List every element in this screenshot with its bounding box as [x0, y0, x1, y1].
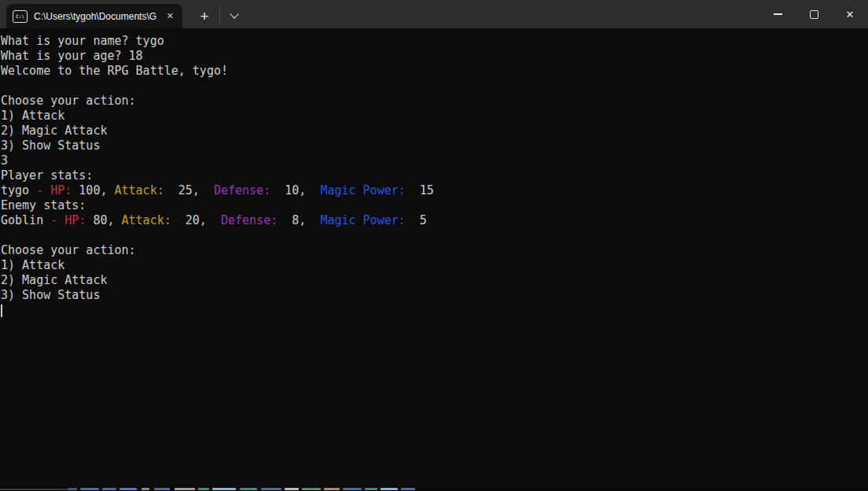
terminal-text: Choose your action: [1, 94, 136, 108]
background-window-text-fragment [120, 488, 137, 490]
close-button[interactable]: ✕ [832, 0, 868, 28]
terminal-line: Player stats: [1, 168, 868, 183]
terminal-text: 2) Magic Attack [1, 273, 107, 287]
background-window-text-fragment [80, 488, 99, 490]
toolbar-separator [219, 7, 220, 24]
background-window-text-fragment [343, 488, 362, 490]
terminal-line: What is your age? 18 [1, 49, 868, 64]
terminal-text-yellow: Attack: [122, 213, 171, 227]
background-window-text-fragment [302, 488, 321, 490]
terminal-text-yellow: Attack: [115, 183, 164, 198]
background-window-text-fragment [401, 488, 415, 490]
tab-close-icon[interactable]: ✕ [164, 10, 176, 22]
terminal-text: What is your name? tygo [1, 34, 164, 48]
terminal-text: Goblin [1, 213, 50, 227]
terminal-text: What is your age? 18 [1, 49, 143, 63]
window-controls: ✕ [760, 0, 868, 28]
background-window-text-fragment [68, 488, 77, 490]
terminal-line: 3) Show Status [1, 288, 868, 303]
terminal-text-blue: Magic Power: [320, 213, 405, 227]
terminal-viewport[interactable]: What is your name? tygoWhat is your age?… [0, 28, 868, 487]
terminal-line: Welcome to the RPG Battle, tygo! [1, 64, 868, 79]
background-window-text-fragment [240, 488, 257, 490]
new-tab-button[interactable]: + [192, 4, 217, 28]
terminal-text-magenta: Defense: [214, 183, 270, 198]
terminal-text: 100, [72, 183, 114, 198]
terminal-line: 3) Show Status [1, 138, 868, 153]
terminal-text: Player stats: [1, 168, 93, 183]
terminal-text: 5 [406, 213, 427, 227]
terminal-line: 2) Magic Attack [1, 124, 868, 138]
terminal-text: 20, [171, 213, 221, 227]
terminal-line [1, 303, 868, 318]
background-window-text-fragment [212, 488, 236, 490]
terminal-text: 8, [278, 213, 320, 227]
terminal-line: 1) Attack [1, 258, 868, 273]
terminal-text-red: - HP: [50, 213, 86, 227]
terminal-text: 1) Attack [1, 109, 64, 123]
maximize-button[interactable] [796, 0, 832, 28]
terminal-text: tygo [1, 183, 36, 198]
terminal-text-magenta: Defense: [221, 213, 278, 227]
command-prompt-icon: C:\ [13, 10, 28, 23]
background-window-text-fragment [261, 488, 281, 490]
background-window-text-fragment [102, 488, 116, 490]
background-window-line [0, 489, 69, 490]
terminal-text: 3) Show Status [1, 138, 100, 153]
terminal-text: Enemy stats: [1, 198, 86, 212]
terminal-line: 3 [1, 153, 868, 168]
terminal-text: 25, [164, 183, 214, 198]
terminal-line [1, 228, 868, 243]
background-window-text-fragment [365, 488, 377, 490]
terminal-text: Welcome to the RPG Battle, tygo! [1, 64, 228, 78]
plus-icon: + [200, 9, 208, 24]
chevron-down-icon [230, 9, 238, 18]
terminal-line: Goblin - HP: 80, Attack: 20, Defense: 8,… [1, 213, 868, 228]
terminal-line [1, 79, 868, 94]
terminal-line: Choose your action: [1, 243, 868, 258]
background-window-text-fragment [142, 488, 149, 490]
terminal-text: 10, [270, 183, 320, 198]
background-window-text-fragment [154, 488, 170, 490]
terminal-cursor [1, 305, 2, 317]
terminal-text: 15 [406, 183, 434, 198]
title-bar[interactable]: C:\ C:\Users\tygoh\Documents\G ✕ + ✕ [0, 0, 868, 28]
terminal-text-blue: Magic Power: [320, 183, 405, 198]
terminal-line: What is your name? tygo [1, 34, 868, 49]
terminal-text-red: - HP: [36, 183, 72, 198]
tab-title: C:\Users\tygoh\Documents\G [34, 11, 160, 22]
background-window-text-fragment [175, 488, 195, 490]
terminal-window: C:\ C:\Users\tygoh\Documents\G ✕ + ✕ Wha… [0, 0, 868, 491]
minimize-icon [774, 13, 782, 15]
background-window-text-fragment [198, 488, 209, 490]
minimize-button[interactable] [760, 0, 796, 28]
background-window-text-fragment [285, 488, 299, 490]
background-window-text-fragment [324, 488, 340, 490]
terminal-text: 3) Show Status [1, 288, 100, 302]
terminal-line: tygo - HP: 100, Attack: 25, Defense: 10,… [1, 183, 868, 198]
terminal-text: 80, [86, 213, 121, 227]
terminal-tab[interactable]: C:\ C:\Users\tygoh\Documents\G ✕ [6, 4, 182, 28]
tab-dropdown-button[interactable] [223, 4, 246, 28]
terminal-line: 1) Attack [1, 109, 868, 124]
background-window-edge [0, 487, 868, 491]
terminal-text: 2) Magic Attack [1, 124, 107, 138]
maximize-icon [810, 10, 818, 19]
terminal-line: Enemy stats: [1, 198, 868, 213]
terminal-line: 2) Magic Attack [1, 273, 868, 288]
terminal-text: 3 [1, 153, 8, 168]
terminal-line: Choose your action: [1, 94, 868, 109]
terminal-text: 1) Attack [1, 258, 64, 272]
terminal-text: Choose your action: [1, 243, 136, 257]
background-window-text-fragment [381, 488, 398, 490]
close-icon: ✕ [846, 9, 855, 20]
